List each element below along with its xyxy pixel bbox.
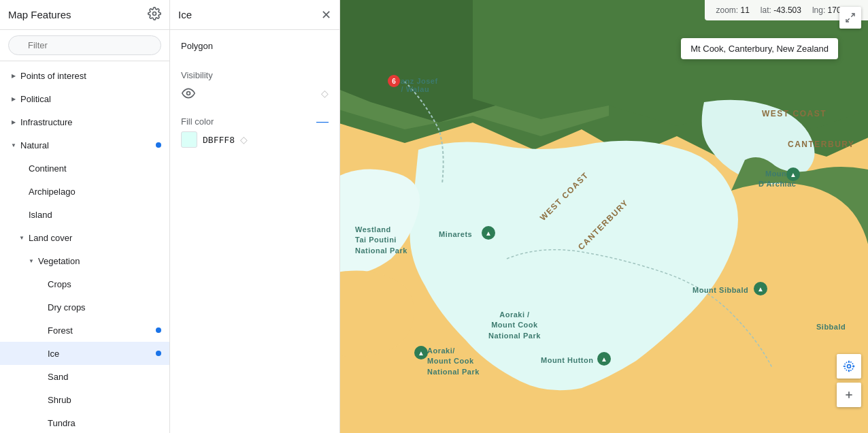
sidebar-item-shrub[interactable]: Shrub <box>0 388 169 411</box>
color-hex-value: DBFFF8 <box>203 135 235 145</box>
polygon-label: Polygon <box>181 41 329 51</box>
fill-color-label: Fill color <box>181 116 311 127</box>
sidebar-header: Map Features <box>0 0 169 30</box>
svg-point-12 <box>848 365 851 368</box>
close-button[interactable]: ✕ <box>321 9 331 21</box>
sidebar-item-infrastructure[interactable]: ▶Infrastructure <box>0 110 169 133</box>
map-marker-aoraki[interactable]: ▲ <box>414 346 428 359</box>
fill-color-minus[interactable]: — <box>316 114 329 129</box>
gear-icon[interactable] <box>148 7 161 22</box>
visibility-section: Visibility ◇ <box>181 67 329 103</box>
arrow-icon-infrastructure: ▶ <box>8 119 19 125</box>
sidebar-item-land-cover[interactable]: ▼Land cover <box>0 226 169 249</box>
detail-header: Ice ✕ <box>170 0 339 30</box>
fullscreen-button[interactable] <box>839 7 861 29</box>
sidebar-item-vegetation[interactable]: ▼Vegetation <box>0 249 169 272</box>
sidebar-item-label-sand: Sand <box>48 372 161 382</box>
locate-button[interactable] <box>837 354 861 379</box>
detail-body: Polygon Visibility ◇ Fill color — <box>170 30 339 159</box>
arrow-icon-points-of-interest: ▶ <box>8 73 19 79</box>
fill-color-section: Fill color — DBFFF8 ◇ <box>181 114 329 148</box>
sidebar-item-label-crops: Crops <box>48 279 161 289</box>
sidebar-item-sand[interactable]: Sand <box>0 365 169 388</box>
svg-line-10 <box>851 14 854 17</box>
sidebar-item-archipelago[interactable]: Archipelago <box>0 180 169 203</box>
sidebar-item-crops[interactable]: Crops <box>0 272 169 295</box>
map-area[interactable]: zoom: 11 lat: -43.503 lng: 170.306 Mt Co… <box>340 0 868 433</box>
visibility-row: Visibility <box>181 67 329 83</box>
sidebar: Map Features ▶Points of interest▶Politic… <box>0 0 170 433</box>
sidebar-item-label-vegetation: Vegetation <box>38 256 161 266</box>
sidebar-item-label-points-of-interest: Points of interest <box>20 71 161 81</box>
visibility-controls: ◇ <box>181 83 329 103</box>
filter-input[interactable] <box>8 35 161 55</box>
visibility-label: Visibility <box>181 70 213 80</box>
color-swatch[interactable] <box>181 131 197 148</box>
badge-forest <box>156 327 161 333</box>
badge-natural <box>156 142 161 148</box>
polygon-section: Polygon <box>181 41 329 57</box>
svg-point-0 <box>153 12 156 16</box>
sidebar-item-political[interactable]: ▶Political <box>0 87 169 110</box>
sidebar-item-label-infrastructure: Infrastructure <box>20 117 161 127</box>
sidebar-item-label-natural: Natural <box>20 140 153 150</box>
map-marker-darchiac[interactable]: ▲ <box>786 167 800 181</box>
fill-color-row: Fill color — <box>181 114 329 129</box>
tree-area: ▶Points of interest▶Political▶Infrastruc… <box>0 61 169 433</box>
sidebar-item-label-island: Island <box>29 210 161 220</box>
map-marker-franz-josef[interactable]: 6 <box>388 75 400 87</box>
arrow-icon-land-cover: ▼ <box>16 235 27 241</box>
sidebar-item-label-tundra: Tundra <box>48 418 161 428</box>
map-marker-mount-sibbald[interactable]: ▲ <box>754 282 767 295</box>
zoom-label: zoom: 11 <box>716 5 749 15</box>
sidebar-item-continent[interactable]: Continent <box>0 157 169 180</box>
sidebar-title: Map Features <box>8 9 71 20</box>
svg-point-4 <box>187 92 190 95</box>
sidebar-item-label-land-cover: Land cover <box>29 233 161 243</box>
sidebar-item-points-of-interest[interactable]: ▶Points of interest <box>0 64 169 87</box>
sidebar-item-natural[interactable]: ▼Natural <box>0 133 169 157</box>
diamond-icon-fill[interactable]: ◇ <box>240 134 248 145</box>
sidebar-item-label-archipelago: Archipelago <box>29 187 161 197</box>
sidebar-item-tundra[interactable]: Tundra <box>0 411 169 433</box>
detail-panel: Ice ✕ Polygon Visibility ◇ <box>170 0 340 433</box>
map-svg <box>340 0 868 433</box>
sidebar-item-label-shrub: Shrub <box>48 395 161 405</box>
sidebar-item-label-forest: Forest <box>48 325 153 336</box>
badge-ice <box>156 351 161 356</box>
sidebar-item-island[interactable]: Island <box>0 203 169 226</box>
arrow-icon-natural: ▼ <box>8 142 19 148</box>
filter-bar <box>0 30 169 61</box>
sidebar-item-label-dry-crops: Dry crops <box>48 302 161 312</box>
sidebar-item-label-continent: Continent <box>29 163 161 174</box>
svg-line-11 <box>846 18 850 22</box>
arrow-icon-political: ▶ <box>8 96 19 102</box>
diamond-icon-visibility[interactable]: ◇ <box>321 88 329 99</box>
svg-point-13 <box>844 362 853 370</box>
lat-display: lat: -43.503 <box>761 5 801 15</box>
sidebar-item-dry-crops[interactable]: Dry crops <box>0 295 169 319</box>
sidebar-item-label-political: Political <box>20 94 161 104</box>
detail-title: Ice <box>178 9 192 20</box>
sidebar-item-ice[interactable]: Ice <box>0 342 169 365</box>
eye-icon[interactable] <box>181 86 196 101</box>
map-tooltip: Mt Cook, Canterbury, New Zealand <box>681 38 838 59</box>
color-swatch-row: DBFFF8 ◇ <box>181 131 329 148</box>
map-marker-mount-hutton[interactable]: ▲ <box>597 352 611 366</box>
map-marker-minarets[interactable]: ▲ <box>482 226 495 240</box>
zoom-in-button[interactable] <box>837 383 861 407</box>
sidebar-item-forest[interactable]: Forest <box>0 319 169 342</box>
arrow-icon-vegetation: ▼ <box>26 258 37 264</box>
sidebar-item-label-ice: Ice <box>48 349 153 359</box>
